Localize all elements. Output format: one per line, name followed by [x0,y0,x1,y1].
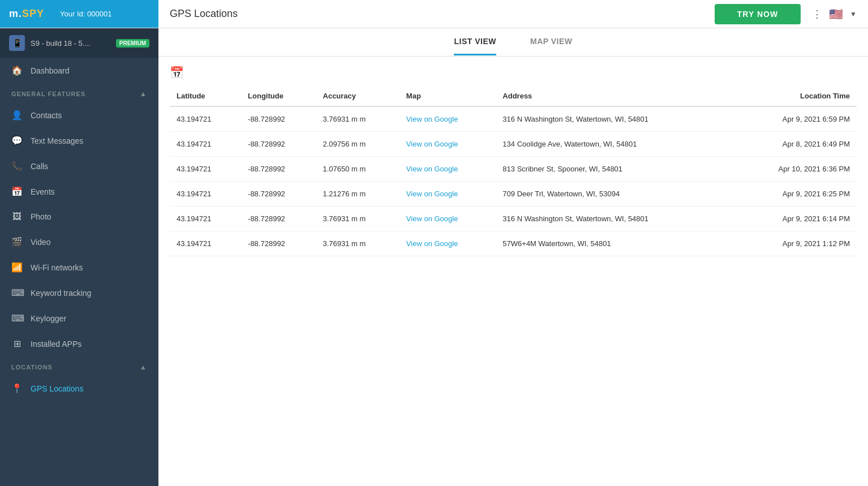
top-bar-left: m.SPY Your Id: 000001 [0,0,158,28]
user-id: Your Id: 000001 [60,10,111,18]
logo: m.SPY [9,8,44,20]
cell-location-time: Apr 9, 2021 1:12 PM [731,231,857,256]
cell-location-time: Apr 9, 2021 6:25 PM [731,182,857,207]
table-header: Latitude Longitude Accuracy Map Address … [170,86,857,106]
page-title: GPS Locations [170,8,703,20]
sidebar: 📱 S9 - build 18 - 5.... PREMIUM 🏠 Dashbo… [0,28,158,486]
view-on-google-link[interactable]: View on Google [406,115,458,123]
cell-latitude: 43.194721 [170,157,241,182]
cell-longitude: -88.728992 [241,106,316,132]
view-on-google-link[interactable]: View on Google [406,190,458,198]
sidebar-item-keyword-tracking[interactable]: ⌨ Keyword tracking [0,280,158,306]
view-on-google-link[interactable]: View on Google [406,140,458,148]
sidebar-item-installed-apps[interactable]: ⊞ Installed APPs [0,331,158,356]
general-features-label: GENERAL FEATURES [11,91,85,97]
sidebar-item-dashboard[interactable]: 🏠 Dashboard [0,58,158,83]
events-icon: 📅 [11,186,23,197]
sidebar-item-video[interactable]: 🎬 Video [0,229,158,255]
photo-icon: 🖼 [11,212,23,222]
sidebar-item-text-messages[interactable]: 💬 Text Messages [0,128,158,153]
try-now-button[interactable]: TRY NOW [715,4,801,24]
sidebar-item-label: Wi-Fi networks [31,263,83,272]
cell-latitude: 43.194721 [170,207,241,231]
cell-map[interactable]: View on Google [399,182,496,207]
cell-accuracy: 3.76931 m m [316,207,399,231]
wifi-icon: 📶 [11,262,23,273]
cell-latitude: 43.194721 [170,182,241,207]
col-map: Map [399,86,496,106]
view-on-google-link[interactable]: View on Google [406,214,458,223]
col-location-time: Location Time [731,86,857,106]
cell-longitude: -88.728992 [241,207,316,231]
sidebar-item-label: Calls [31,162,48,171]
table-row: 43.194721-88.7289921.21276 m mView on Go… [170,182,857,207]
cell-latitude: 43.194721 [170,231,241,256]
sidebar-item-label: Keylogger [31,314,66,323]
table-body: 43.194721-88.7289923.76931 m mView on Go… [170,106,857,256]
view-on-google-link[interactable]: View on Google [406,239,458,248]
sidebar-item-contacts[interactable]: 👤 Contacts [0,102,158,128]
cell-longitude: -88.728992 [241,182,316,207]
messages-icon: 💬 [11,135,23,146]
cell-map[interactable]: View on Google [399,106,496,132]
cell-longitude: -88.728992 [241,231,316,256]
cell-longitude: -88.728992 [241,132,316,157]
gps-icon: 📍 [11,383,23,394]
sidebar-item-events[interactable]: 📅 Events [0,179,158,204]
sidebar-item-calls[interactable]: 📞 Calls [0,153,158,179]
sidebar-item-photo[interactable]: 🖼 Photo [0,204,158,229]
cell-address: 134 Coolidge Ave, Watertown, WI, 54801 [496,132,731,157]
col-longitude: Longitude [241,86,316,106]
col-latitude: Latitude [170,86,241,106]
view-on-google-link[interactable]: View on Google [406,165,458,173]
keyword-icon: ⌨ [11,287,23,298]
cell-address: 813 Scribner St, Spooner, WI, 54801 [496,157,731,182]
sidebar-item-keylogger[interactable]: ⌨ Keylogger [0,306,158,331]
cell-longitude: -88.728992 [241,157,316,182]
tab-map-view[interactable]: MAP VIEW [530,29,573,55]
language-dropdown-arrow[interactable]: ▼ [850,10,857,18]
cell-location-time: Apr 10, 2021 6:36 PM [731,157,857,182]
tabs-bar: LIST VIEW MAP VIEW [158,28,868,57]
cell-location-time: Apr 9, 2021 6:14 PM [731,207,857,231]
locations-label: LOCATIONS [11,364,53,371]
cell-address: 57W6+4M Watertown, WI, 54801 [496,231,731,256]
cell-map[interactable]: View on Google [399,207,496,231]
cell-location-time: Apr 8, 2021 6:49 PM [731,132,857,157]
table-row: 43.194721-88.7289923.76931 m mView on Go… [170,231,857,256]
sidebar-item-label: GPS Locations [31,384,83,393]
sidebar-item-label: Dashboard [31,66,70,75]
locations-chevron[interactable]: ▲ [140,363,147,371]
cell-accuracy: 3.76931 m m [316,231,399,256]
cell-map[interactable]: View on Google [399,157,496,182]
table-row: 43.194721-88.7289922.09756 m mView on Go… [170,132,857,157]
cell-map[interactable]: View on Google [399,231,496,256]
sidebar-item-label: Keyword tracking [31,289,91,298]
sidebar-item-label: Text Messages [31,136,83,145]
sidebar-item-gps-locations[interactable]: 📍 GPS Locations [0,376,158,401]
locations-section: LOCATIONS ▲ [0,356,158,376]
sidebar-item-label: Installed APPs [31,339,81,349]
sidebar-item-wifi[interactable]: 📶 Wi-Fi networks [0,255,158,280]
cell-latitude: 43.194721 [170,132,241,157]
apps-icon: ⊞ [11,338,23,349]
col-address: Address [496,86,731,106]
flag-icon[interactable]: 🇺🇸 [829,7,843,21]
tab-list-view[interactable]: LIST VIEW [454,29,496,55]
keylogger-icon: ⌨ [11,313,23,324]
sidebar-item-label: Events [31,187,55,196]
cell-latitude: 43.194721 [170,106,241,132]
device-icon: 📱 [9,35,25,51]
more-options-icon[interactable]: ⋮ [812,8,822,20]
calls-icon: 📞 [11,161,23,171]
content-area: LIST VIEW MAP VIEW 📅 Latitude Longitude … [158,28,868,486]
cell-map[interactable]: View on Google [399,132,496,157]
calendar-icon[interactable]: 📅 [170,66,857,79]
table-row: 43.194721-88.7289923.76931 m mView on Go… [170,106,857,132]
top-bar: m.SPY Your Id: 000001 GPS Locations TRY … [0,0,868,28]
general-features-chevron[interactable]: ▲ [140,90,147,98]
table-area: 📅 Latitude Longitude Accuracy Map Addres… [158,57,868,486]
sidebar-item-label: Contacts [31,111,62,120]
cell-accuracy: 1.07650 m m [316,157,399,182]
col-accuracy: Accuracy [316,86,399,106]
